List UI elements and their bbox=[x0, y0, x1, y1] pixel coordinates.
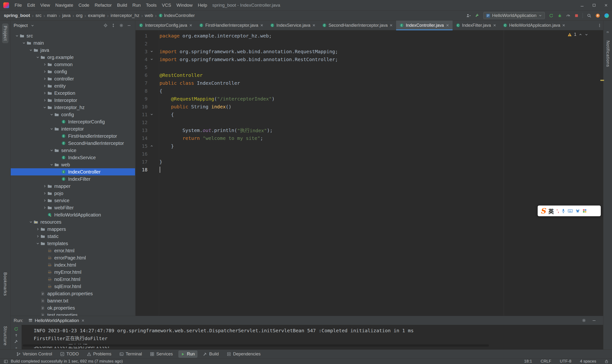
caret-position[interactable]: 18:1 bbox=[524, 359, 532, 364]
tree-item-java[interactable]: java bbox=[11, 47, 135, 54]
menu-window[interactable]: Window bbox=[174, 0, 195, 11]
tree-item-common[interactable]: common bbox=[11, 61, 135, 68]
kebab-icon[interactable] bbox=[596, 22, 603, 29]
tree-item-static[interactable]: static bbox=[11, 233, 135, 240]
file-encoding[interactable]: UTF-8 bbox=[560, 359, 571, 364]
tree-item-SecondHandlerInterceptor[interactable]: CSecondHandlerInterceptor bbox=[11, 140, 135, 147]
indent-setting[interactable]: 4 spaces bbox=[580, 359, 596, 364]
tool-button-notifications[interactable]: Notifications bbox=[605, 40, 610, 67]
chevron-right-icon[interactable] bbox=[42, 199, 48, 202]
tool-button-dependencies[interactable]: Dependencies bbox=[224, 351, 263, 358]
breadcrumb-item[interactable]: java bbox=[62, 13, 70, 18]
tree-item-IndexController[interactable]: CIndexController bbox=[11, 168, 135, 175]
tree-item-config[interactable]: config bbox=[11, 68, 135, 75]
close-icon[interactable] bbox=[260, 24, 264, 27]
tree-item-banner.txt[interactable]: banner.txt bbox=[11, 297, 135, 304]
minimize-window-button[interactable] bbox=[576, 0, 588, 11]
breadcrumb-leaf[interactable]: IndexController bbox=[164, 13, 195, 18]
tool-button-version-control[interactable]: Version Control bbox=[14, 351, 55, 358]
tree-item-entity[interactable]: entity bbox=[11, 82, 135, 90]
collapse-all-icon[interactable] bbox=[110, 22, 116, 29]
close-icon[interactable] bbox=[562, 24, 565, 27]
tree-item-noError.html[interactable]: </>noError.html bbox=[11, 276, 135, 283]
chevron-right-icon[interactable] bbox=[42, 91, 48, 95]
menu-file[interactable]: File bbox=[12, 0, 25, 11]
microphone-icon[interactable] bbox=[562, 209, 565, 213]
soft-keyboard-icon[interactable] bbox=[568, 209, 573, 213]
run-tab[interactable]: HelloWorldApplication bbox=[27, 316, 86, 325]
tool-button-todo[interactable]: TODO bbox=[58, 351, 82, 358]
breadcrumb-item[interactable]: main bbox=[47, 13, 57, 18]
tree-item-IndexService[interactable]: CIndexService bbox=[11, 154, 135, 161]
close-window-button[interactable] bbox=[600, 0, 612, 11]
breadcrumb-item[interactable]: example bbox=[88, 13, 105, 18]
tree-item-resources[interactable]: resources bbox=[11, 218, 135, 226]
tool-button-run[interactable]: Run bbox=[178, 351, 197, 358]
tree-item-src[interactable]: src bbox=[11, 32, 135, 39]
tree-item-index.html[interactable]: </>index.html bbox=[11, 261, 135, 269]
menu-tools[interactable]: Tools bbox=[143, 0, 159, 11]
tree-item-IndexFilter[interactable]: CIndexFilter bbox=[11, 175, 135, 182]
tree-item-sqlError.html[interactable]: </>sqlError.html bbox=[11, 283, 135, 290]
tool-button-services[interactable]: Services bbox=[148, 351, 176, 358]
chevron-right-icon[interactable] bbox=[42, 98, 48, 102]
tree-item-mapper[interactable]: mapper bbox=[11, 182, 135, 190]
inspections-widget[interactable]: 1 bbox=[568, 32, 588, 37]
tree-item-HelloWorldApplication[interactable]: CHelloWorldApplication bbox=[11, 211, 135, 218]
toolbox-icon[interactable] bbox=[583, 209, 587, 213]
update-badge-icon[interactable] bbox=[596, 13, 600, 18]
breadcrumb-item[interactable]: web bbox=[145, 13, 153, 18]
warning-stripe-mark[interactable] bbox=[600, 80, 604, 81]
profiler-button[interactable] bbox=[566, 13, 570, 18]
skin-icon[interactable] bbox=[575, 209, 580, 213]
menu-help[interactable]: Help bbox=[195, 0, 210, 11]
breadcrumb-item[interactable]: interceptor_hz bbox=[111, 13, 139, 18]
menu-refactor[interactable]: Refactor bbox=[92, 0, 114, 11]
tree-item-web[interactable]: web bbox=[11, 161, 135, 168]
editor-tab-IndexController.java[interactable]: CIndexController.java bbox=[396, 21, 452, 30]
tool-button-bookmarks[interactable]: Bookmarks bbox=[3, 272, 8, 296]
close-icon[interactable] bbox=[389, 24, 393, 27]
tree-item-webFilter[interactable]: webFilter bbox=[11, 204, 135, 211]
editor-tab-IndexFilter.java[interactable]: CIndexFilter.java bbox=[453, 21, 500, 30]
tool-button-build[interactable]: Build bbox=[200, 351, 221, 358]
chevron-down-icon[interactable] bbox=[35, 242, 41, 245]
gear-icon[interactable] bbox=[582, 318, 586, 323]
chevron-down-icon[interactable] bbox=[49, 148, 55, 152]
console-horizontal-scrollbar[interactable] bbox=[23, 344, 489, 347]
lock-icon[interactable] bbox=[605, 360, 608, 363]
tree-item-pojo[interactable]: pojo bbox=[11, 190, 135, 197]
project-panel-title[interactable]: Project bbox=[14, 23, 28, 28]
tree-item-templates[interactable]: templates bbox=[11, 240, 135, 247]
gear-icon[interactable] bbox=[118, 22, 124, 29]
breadcrumb-item[interactable]: src bbox=[35, 13, 41, 18]
editor-tab-SecondHandlerInterceptor.java[interactable]: CSecondHandlerInterceptor.java bbox=[319, 21, 396, 30]
tree-item-controller[interactable]: controller bbox=[11, 75, 135, 82]
tool-button-project[interactable]: Project bbox=[2, 23, 8, 43]
chevron-right-icon[interactable] bbox=[35, 234, 41, 238]
search-everywhere-icon[interactable] bbox=[587, 13, 591, 18]
chevron-right-icon[interactable] bbox=[42, 84, 48, 88]
fold-icon[interactable] bbox=[148, 58, 156, 61]
menu-code[interactable]: Code bbox=[76, 0, 92, 11]
menu-navigate[interactable]: Navigate bbox=[53, 0, 76, 11]
chevron-down-icon[interactable] bbox=[35, 55, 41, 59]
hide-panel-icon[interactable] bbox=[126, 22, 132, 29]
close-icon[interactable] bbox=[312, 24, 316, 27]
close-icon[interactable] bbox=[493, 24, 496, 27]
maximize-window-button[interactable] bbox=[588, 0, 600, 11]
chevron-down-icon[interactable] bbox=[29, 22, 36, 29]
editor-tab-InterceptorConfig.java[interactable]: CInterceptorConfig.java bbox=[136, 21, 196, 30]
avatar[interactable] bbox=[604, 13, 609, 18]
code-with-me-icon[interactable] bbox=[466, 13, 471, 18]
tree-item-service[interactable]: service bbox=[11, 197, 135, 204]
chevron-down-icon[interactable] bbox=[14, 34, 20, 38]
fold-icon[interactable] bbox=[148, 113, 156, 116]
tool-button-problems[interactable]: Problems bbox=[84, 351, 114, 358]
debug-button[interactable] bbox=[557, 13, 562, 18]
rerun-button[interactable] bbox=[14, 327, 18, 331]
layout-icon[interactable] bbox=[4, 360, 8, 364]
sogou-logo-icon[interactable]: S bbox=[541, 208, 546, 215]
tree-item-InterceptorConfig[interactable]: CInterceptorConfig bbox=[11, 118, 135, 125]
tree-item-mappers[interactable]: mappers bbox=[11, 226, 135, 233]
